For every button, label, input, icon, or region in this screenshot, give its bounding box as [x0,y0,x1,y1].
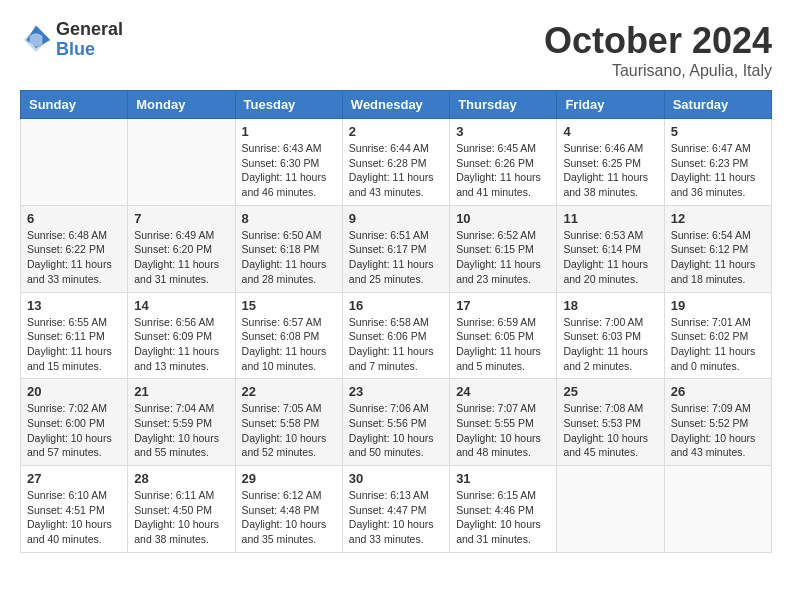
day-number: 22 [242,384,336,399]
title-block: October 2024 Taurisano, Apulia, Italy [544,20,772,80]
calendar-day-1: 1Sunrise: 6:43 AM Sunset: 6:30 PM Daylig… [235,119,342,206]
day-info: Sunrise: 6:53 AM Sunset: 6:14 PM Dayligh… [563,228,657,287]
day-info: Sunrise: 6:58 AM Sunset: 6:06 PM Dayligh… [349,315,443,374]
calendar-week-row: 6Sunrise: 6:48 AM Sunset: 6:22 PM Daylig… [21,205,772,292]
calendar-day-21: 21Sunrise: 7:04 AM Sunset: 5:59 PM Dayli… [128,379,235,466]
calendar-day-2: 2Sunrise: 6:44 AM Sunset: 6:28 PM Daylig… [342,119,449,206]
calendar-day-24: 24Sunrise: 7:07 AM Sunset: 5:55 PM Dayli… [450,379,557,466]
day-number: 23 [349,384,443,399]
day-number: 9 [349,211,443,226]
weekday-header-sunday: Sunday [21,91,128,119]
day-number: 13 [27,298,121,313]
weekday-header-saturday: Saturday [664,91,771,119]
day-info: Sunrise: 6:48 AM Sunset: 6:22 PM Dayligh… [27,228,121,287]
day-number: 5 [671,124,765,139]
calendar-week-row: 20Sunrise: 7:02 AM Sunset: 6:00 PM Dayli… [21,379,772,466]
calendar-day-13: 13Sunrise: 6:55 AM Sunset: 6:11 PM Dayli… [21,292,128,379]
calendar-header-row: SundayMondayTuesdayWednesdayThursdayFrid… [21,91,772,119]
day-number: 26 [671,384,765,399]
logo-text: General Blue [56,20,123,60]
day-info: Sunrise: 6:11 AM Sunset: 4:50 PM Dayligh… [134,488,228,547]
day-info: Sunrise: 6:50 AM Sunset: 6:18 PM Dayligh… [242,228,336,287]
page-header: General Blue October 2024 Taurisano, Apu… [20,20,772,80]
day-number: 1 [242,124,336,139]
day-number: 16 [349,298,443,313]
day-info: Sunrise: 7:00 AM Sunset: 6:03 PM Dayligh… [563,315,657,374]
day-info: Sunrise: 7:07 AM Sunset: 5:55 PM Dayligh… [456,401,550,460]
day-number: 11 [563,211,657,226]
day-info: Sunrise: 6:54 AM Sunset: 6:12 PM Dayligh… [671,228,765,287]
day-number: 31 [456,471,550,486]
day-number: 15 [242,298,336,313]
day-number: 30 [349,471,443,486]
calendar-day-29: 29Sunrise: 6:12 AM Sunset: 4:48 PM Dayli… [235,466,342,553]
day-number: 7 [134,211,228,226]
calendar-day-11: 11Sunrise: 6:53 AM Sunset: 6:14 PM Dayli… [557,205,664,292]
day-info: Sunrise: 7:06 AM Sunset: 5:56 PM Dayligh… [349,401,443,460]
calendar-day-8: 8Sunrise: 6:50 AM Sunset: 6:18 PM Daylig… [235,205,342,292]
weekday-header-wednesday: Wednesday [342,91,449,119]
day-number: 4 [563,124,657,139]
calendar-week-row: 1Sunrise: 6:43 AM Sunset: 6:30 PM Daylig… [21,119,772,206]
day-info: Sunrise: 7:08 AM Sunset: 5:53 PM Dayligh… [563,401,657,460]
calendar-day-31: 31Sunrise: 6:15 AM Sunset: 4:46 PM Dayli… [450,466,557,553]
weekday-header-monday: Monday [128,91,235,119]
day-info: Sunrise: 6:45 AM Sunset: 6:26 PM Dayligh… [456,141,550,200]
day-info: Sunrise: 7:05 AM Sunset: 5:58 PM Dayligh… [242,401,336,460]
day-info: Sunrise: 6:15 AM Sunset: 4:46 PM Dayligh… [456,488,550,547]
calendar-day-17: 17Sunrise: 6:59 AM Sunset: 6:05 PM Dayli… [450,292,557,379]
day-info: Sunrise: 7:09 AM Sunset: 5:52 PM Dayligh… [671,401,765,460]
day-info: Sunrise: 6:43 AM Sunset: 6:30 PM Dayligh… [242,141,336,200]
calendar-day-30: 30Sunrise: 6:13 AM Sunset: 4:47 PM Dayli… [342,466,449,553]
day-info: Sunrise: 6:51 AM Sunset: 6:17 PM Dayligh… [349,228,443,287]
day-number: 12 [671,211,765,226]
day-number: 17 [456,298,550,313]
calendar-day-27: 27Sunrise: 6:10 AM Sunset: 4:51 PM Dayli… [21,466,128,553]
calendar-day-12: 12Sunrise: 6:54 AM Sunset: 6:12 PM Dayli… [664,205,771,292]
calendar-day-4: 4Sunrise: 6:46 AM Sunset: 6:25 PM Daylig… [557,119,664,206]
day-number: 3 [456,124,550,139]
day-number: 27 [27,471,121,486]
day-info: Sunrise: 6:57 AM Sunset: 6:08 PM Dayligh… [242,315,336,374]
day-number: 19 [671,298,765,313]
calendar-day-20: 20Sunrise: 7:02 AM Sunset: 6:00 PM Dayli… [21,379,128,466]
day-number: 6 [27,211,121,226]
calendar-day-28: 28Sunrise: 6:11 AM Sunset: 4:50 PM Dayli… [128,466,235,553]
calendar-day-10: 10Sunrise: 6:52 AM Sunset: 6:15 PM Dayli… [450,205,557,292]
day-info: Sunrise: 6:47 AM Sunset: 6:23 PM Dayligh… [671,141,765,200]
day-number: 28 [134,471,228,486]
calendar-empty-cell [128,119,235,206]
day-number: 18 [563,298,657,313]
calendar-day-22: 22Sunrise: 7:05 AM Sunset: 5:58 PM Dayli… [235,379,342,466]
calendar-day-7: 7Sunrise: 6:49 AM Sunset: 6:20 PM Daylig… [128,205,235,292]
day-number: 10 [456,211,550,226]
day-info: Sunrise: 6:12 AM Sunset: 4:48 PM Dayligh… [242,488,336,547]
day-number: 2 [349,124,443,139]
calendar-day-25: 25Sunrise: 7:08 AM Sunset: 5:53 PM Dayli… [557,379,664,466]
calendar-day-9: 9Sunrise: 6:51 AM Sunset: 6:17 PM Daylig… [342,205,449,292]
day-number: 20 [27,384,121,399]
day-info: Sunrise: 7:02 AM Sunset: 6:00 PM Dayligh… [27,401,121,460]
calendar-day-14: 14Sunrise: 6:56 AM Sunset: 6:09 PM Dayli… [128,292,235,379]
calendar-table: SundayMondayTuesdayWednesdayThursdayFrid… [20,90,772,553]
day-info: Sunrise: 6:59 AM Sunset: 6:05 PM Dayligh… [456,315,550,374]
calendar-day-18: 18Sunrise: 7:00 AM Sunset: 6:03 PM Dayli… [557,292,664,379]
calendar-empty-cell [21,119,128,206]
weekday-header-thursday: Thursday [450,91,557,119]
day-info: Sunrise: 7:01 AM Sunset: 6:02 PM Dayligh… [671,315,765,374]
day-info: Sunrise: 6:13 AM Sunset: 4:47 PM Dayligh… [349,488,443,547]
calendar-day-19: 19Sunrise: 7:01 AM Sunset: 6:02 PM Dayli… [664,292,771,379]
calendar-day-3: 3Sunrise: 6:45 AM Sunset: 6:26 PM Daylig… [450,119,557,206]
day-info: Sunrise: 6:44 AM Sunset: 6:28 PM Dayligh… [349,141,443,200]
day-info: Sunrise: 6:49 AM Sunset: 6:20 PM Dayligh… [134,228,228,287]
day-number: 21 [134,384,228,399]
calendar-day-16: 16Sunrise: 6:58 AM Sunset: 6:06 PM Dayli… [342,292,449,379]
day-number: 29 [242,471,336,486]
day-number: 24 [456,384,550,399]
calendar-day-6: 6Sunrise: 6:48 AM Sunset: 6:22 PM Daylig… [21,205,128,292]
calendar-week-row: 13Sunrise: 6:55 AM Sunset: 6:11 PM Dayli… [21,292,772,379]
calendar-week-row: 27Sunrise: 6:10 AM Sunset: 4:51 PM Dayli… [21,466,772,553]
calendar-day-15: 15Sunrise: 6:57 AM Sunset: 6:08 PM Dayli… [235,292,342,379]
month-title: October 2024 [544,20,772,62]
day-info: Sunrise: 6:52 AM Sunset: 6:15 PM Dayligh… [456,228,550,287]
